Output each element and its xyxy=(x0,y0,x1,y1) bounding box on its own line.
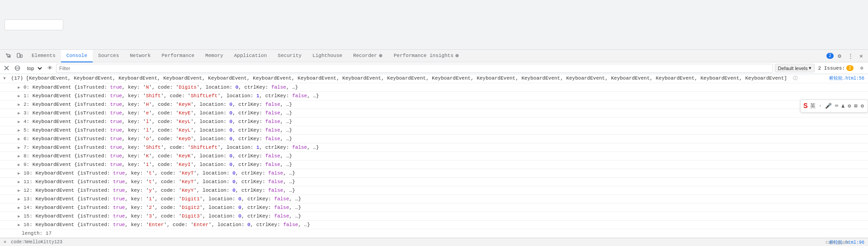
console-item[interactable]: 5: KeyboardEvent {isTrusted: true, key: … xyxy=(0,126,868,135)
console-array-header[interactable]: (17) [KeyboardEvent, KeyboardEvent, Keyb… xyxy=(0,74,868,83)
console-item[interactable]: 7: KeyboardEvent {isTrusted: true, key: … xyxy=(0,143,868,152)
tab-security[interactable]: Security xyxy=(272,50,307,62)
console-item[interactable]: 9: KeyboardEvent {isTrusted: true, key: … xyxy=(0,161,868,169)
console-settings-icon[interactable]: ⚙ xyxy=(857,64,866,73)
status-bar: » code:%HelloKitty123 桥轮轮.html:96 xyxy=(0,238,868,246)
console-item[interactable]: 4: KeyboardEvent {isTrusted: true, key: … xyxy=(0,118,868,126)
tab-network[interactable]: Network xyxy=(124,50,156,62)
console-item[interactable]: 12: KeyboardEvent {isTrusted: true, key:… xyxy=(0,186,868,195)
inspect-element-icon[interactable] xyxy=(4,51,14,61)
tab-lighthouse[interactable]: Lighthouse xyxy=(307,50,348,62)
eye-icon[interactable]: 👁 xyxy=(45,64,54,73)
svg-point-5 xyxy=(457,55,458,56)
sohu-keyboard-icon[interactable]: ⌨ xyxy=(834,102,839,110)
console-item[interactable]: 16: KeyboardEvent {isTrusted: true, key:… xyxy=(0,221,868,229)
sohu-grid-icon[interactable]: ⊞ xyxy=(854,102,859,110)
console-item[interactable]: 0: KeyboardEvent {isTrusted: true, key: … xyxy=(0,83,868,92)
default-levels-button[interactable]: Default levels ▾ xyxy=(775,64,815,72)
console-item[interactable]: 2: KeyboardEvent {isTrusted: true, key: … xyxy=(0,100,868,109)
context-select[interactable]: top xyxy=(24,64,43,72)
console-content: (17) [KeyboardEvent, KeyboardEvent, Keyb… xyxy=(0,74,868,238)
sohu-toolbar: S 英 · 🎤 ⌨ ♟ ⚙ ⊞ ⚙ xyxy=(800,99,868,113)
sohu-dot: · xyxy=(818,102,823,110)
tab-console[interactable]: Console xyxy=(61,50,93,62)
console-item[interactable]: 3: KeyboardEvent {isTrusted: true, key: … xyxy=(0,109,868,118)
close-devtools-icon[interactable]: ✕ xyxy=(856,51,866,61)
sohu-mic-icon[interactable]: 🎤 xyxy=(824,102,833,110)
clear-console-icon[interactable] xyxy=(2,64,11,73)
console-item[interactable]: 1: KeyboardEvent {isTrusted: true, key: … xyxy=(0,92,868,100)
badge-count: 2 xyxy=(826,53,834,59)
console-items-container: 0: KeyboardEvent {isTrusted: true, key: … xyxy=(0,83,868,229)
url-bar[interactable] xyxy=(5,19,63,30)
tab-elements[interactable]: Elements xyxy=(26,50,61,62)
console-item[interactable]: 10: KeyboardEvent {isTrusted: true, key:… xyxy=(0,169,868,178)
console-item[interactable]: 14: KeyboardEvent {isTrusted: true, key:… xyxy=(0,203,868,212)
browser-top xyxy=(0,0,868,50)
console-item[interactable]: 15: KeyboardEvent {isTrusted: true, key:… xyxy=(0,212,868,221)
command-line-text: » code:%HelloKitty123 xyxy=(4,240,829,245)
issues-badge-count: 2 xyxy=(846,65,854,71)
device-toolbar-icon[interactable] xyxy=(14,51,24,61)
console-filter-bar: top 👁 Default levels ▾ 2 Issues: 2 ⚙ xyxy=(0,62,868,74)
more-options-icon[interactable]: ⋮ xyxy=(845,51,855,61)
console-item[interactable]: 6: KeyboardEvent {isTrusted: true, key: … xyxy=(0,135,868,143)
toolbar-right: 2 ⚙ ⋮ ✕ xyxy=(826,51,866,61)
sohu-lang-icon[interactable]: 英 xyxy=(809,101,816,111)
console-item[interactable]: 13: KeyboardEvent {isTrusted: true, key:… xyxy=(0,195,868,203)
settings-icon[interactable]: ⚙ xyxy=(835,51,844,61)
devtools-left-icons xyxy=(2,51,26,61)
sohu-logo: S xyxy=(803,102,808,110)
tab-sources[interactable]: Sources xyxy=(93,50,124,62)
csdn-label: CSDN @LGEC xyxy=(826,241,850,245)
length-line: length: 17 xyxy=(0,229,868,238)
svg-rect-1 xyxy=(20,55,22,57)
issues-count[interactable]: 2 Issues: 2 xyxy=(816,64,855,72)
tab-application[interactable]: Application xyxy=(229,50,273,62)
no-entry-icon[interactable] xyxy=(13,64,22,73)
tab-recorder[interactable]: Recorder xyxy=(348,50,388,62)
sohu-settings-icon[interactable]: ⚙ xyxy=(847,102,852,110)
console-item[interactable]: 8: KeyboardEvent {isTrusted: true, key: … xyxy=(0,152,868,161)
tab-list: Elements Console Sources Network Perform… xyxy=(26,50,826,62)
sohu-game-icon[interactable]: ♟ xyxy=(840,102,845,110)
svg-rect-0 xyxy=(17,53,20,57)
devtools-panel: Elements Console Sources Network Perform… xyxy=(0,50,868,246)
tab-performance[interactable]: Performance xyxy=(156,50,200,62)
filter-input[interactable] xyxy=(56,64,773,73)
array-source-link[interactable]: 桥轮轮.html:56 xyxy=(829,75,864,82)
devtools-toolbar: Elements Console Sources Network Perform… xyxy=(0,50,868,62)
sohu-more-icon[interactable]: ⚙ xyxy=(860,102,865,110)
tab-performance-insights[interactable]: Performance insights xyxy=(388,50,465,62)
svg-point-3 xyxy=(380,55,381,56)
tab-memory[interactable]: Memory xyxy=(200,50,229,62)
console-item[interactable]: 11: KeyboardEvent {isTrusted: true, key:… xyxy=(0,178,868,186)
